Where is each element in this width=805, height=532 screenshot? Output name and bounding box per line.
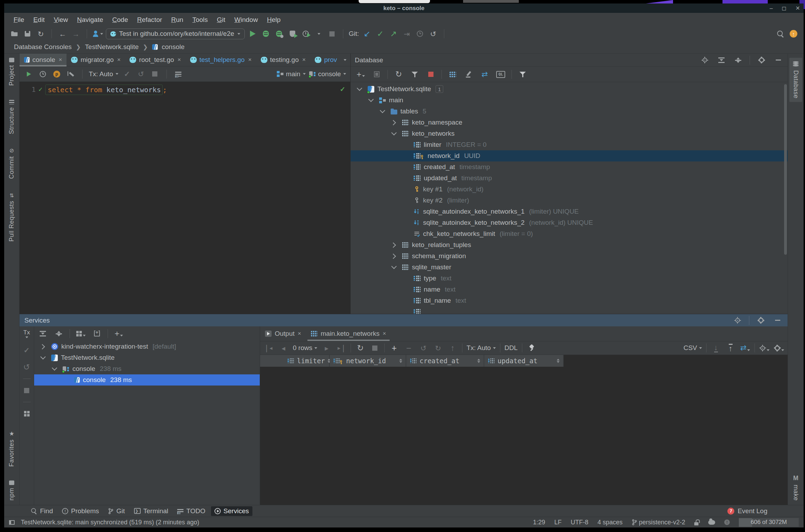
chevron-down-icon[interactable] bbox=[380, 108, 385, 113]
forward-button[interactable]: → bbox=[71, 29, 81, 39]
breadcrumb-datasource[interactable]: TestNetwork.sqlite bbox=[85, 43, 139, 51]
event-log-button[interactable]: 7Event Log bbox=[724, 506, 771, 516]
redo-button[interactable]: ↻ bbox=[433, 343, 443, 353]
stop-button[interactable] bbox=[327, 29, 337, 39]
rollback-button[interactable]: ↺ bbox=[22, 362, 32, 372]
run-button[interactable] bbox=[248, 29, 258, 39]
tab-prov[interactable]: prov bbox=[310, 54, 342, 66]
git-commit-button[interactable]: ✓ bbox=[375, 29, 385, 39]
hide-panel-button[interactable] bbox=[773, 55, 783, 65]
menu-code[interactable]: Code bbox=[108, 15, 132, 25]
locate-button[interactable] bbox=[732, 315, 743, 326]
tree-item-key-1[interactable]: key #1 (network_id) bbox=[351, 184, 788, 195]
chevron-right-icon[interactable] bbox=[391, 120, 396, 125]
chevron-down-icon[interactable] bbox=[368, 97, 374, 102]
history-button[interactable] bbox=[38, 69, 48, 79]
duplicate-button[interactable] bbox=[372, 69, 382, 80]
expand-all-button[interactable] bbox=[716, 55, 727, 65]
column-header-limiter[interactable]: limiter bbox=[260, 355, 330, 367]
expand-all-button[interactable] bbox=[38, 328, 48, 339]
run-configuration-select[interactable]: Test in github.com/ory/keto/internal/e2e bbox=[106, 29, 245, 39]
view-data-button[interactable] bbox=[447, 69, 458, 80]
line-ending[interactable]: LF bbox=[554, 519, 562, 526]
tree-item-keto-namespace[interactable]: keto_namespace bbox=[351, 117, 788, 128]
menu-view[interactable]: View bbox=[49, 15, 72, 25]
toolwindow-terminal[interactable]: ❯Terminal bbox=[131, 506, 172, 516]
stop-button[interactable] bbox=[370, 343, 380, 353]
close-icon[interactable]: × bbox=[248, 56, 252, 63]
tree-item-tables[interactable]: tables 5 bbox=[351, 106, 788, 117]
toolwindow-services[interactable]: Services bbox=[211, 506, 252, 516]
toolwindow-database[interactable]: Database bbox=[789, 58, 802, 102]
menu-help[interactable]: Help bbox=[263, 15, 285, 25]
menu-navigate[interactable]: Navigate bbox=[72, 15, 108, 25]
column-header-created-at[interactable]: created_at bbox=[406, 355, 484, 367]
sql-editor[interactable]: 1 ✓ select * from keto_networks; ✓ bbox=[19, 82, 350, 314]
toolwindow-npm[interactable]: npm bbox=[8, 481, 15, 501]
tab-console[interactable]: console × bbox=[19, 54, 67, 66]
group-by-button[interactable] bbox=[76, 328, 86, 339]
refresh-button[interactable]: ↻ bbox=[393, 69, 404, 80]
menu-file[interactable]: File bbox=[9, 15, 29, 25]
open-in-new-tab-button[interactable] bbox=[92, 328, 102, 339]
add-datasource-button[interactable]: + bbox=[355, 69, 366, 80]
tx-dropdown[interactable]: Tx bbox=[22, 328, 32, 339]
minimize-button[interactable]: – bbox=[769, 5, 773, 11]
locate-object-button[interactable] bbox=[700, 55, 710, 65]
profiler-button[interactable] bbox=[300, 29, 311, 39]
tree-item-sqlite-master[interactable]: sqlite_master bbox=[351, 262, 788, 273]
close-icon[interactable]: × bbox=[117, 56, 120, 63]
save-button[interactable] bbox=[22, 29, 33, 39]
git-merge-button[interactable]: ⇥ bbox=[401, 29, 412, 39]
tree-item-check-constraint[interactable]: chk_keto_networks_limit (limiter = 0) bbox=[351, 228, 788, 239]
close-icon[interactable]: × bbox=[178, 56, 181, 63]
tab-root-test-go[interactable]: root_test.go × bbox=[125, 54, 185, 66]
tree-item-tbl-name[interactable]: tbl_name text bbox=[351, 295, 788, 306]
commit-button[interactable]: ✓ bbox=[22, 345, 32, 356]
chevron-down-icon[interactable] bbox=[40, 354, 46, 360]
debug-coverage-button[interactable] bbox=[274, 29, 284, 39]
reload-button[interactable]: ↻ bbox=[355, 343, 366, 353]
search-everywhere-button[interactable] bbox=[775, 29, 786, 39]
git-branch-widget[interactable]: persistence-v2-2 bbox=[632, 519, 685, 526]
view-options-button[interactable] bbox=[759, 343, 769, 353]
tx-mode-select[interactable]: Tx: Auto bbox=[89, 69, 118, 79]
tx-mode-select[interactable]: Tx: Auto bbox=[467, 343, 496, 353]
tree-item-key-2[interactable]: key #2 (limiter) bbox=[351, 195, 788, 206]
commit-button[interactable]: ✓ bbox=[122, 69, 132, 79]
tree-item-type[interactable]: type text bbox=[351, 273, 788, 284]
tree-item-schema-migration[interactable]: schema_migration bbox=[351, 251, 788, 262]
delete-row-button[interactable]: − bbox=[404, 343, 414, 353]
chevron-down-icon[interactable] bbox=[52, 365, 57, 371]
modify-button[interactable] bbox=[463, 69, 474, 80]
tab-main-keto-networks[interactable]: main.keto_networks × bbox=[306, 326, 391, 341]
schema-select[interactable]: main bbox=[277, 69, 305, 79]
breadcrumb-database-consoles[interactable]: Database Consoles bbox=[14, 43, 72, 51]
settings-wrench-button[interactable] bbox=[65, 69, 76, 79]
sort-icon[interactable] bbox=[477, 359, 480, 363]
close-icon[interactable]: × bbox=[59, 56, 62, 63]
git-update-button[interactable]: ↙ bbox=[362, 29, 372, 39]
toolwindow-todo[interactable]: TODO bbox=[174, 506, 209, 516]
tree-item-keto-networks[interactable]: keto_networks bbox=[351, 128, 788, 139]
service-console-session[interactable]: console 238 ms bbox=[34, 363, 260, 374]
chevron-right-icon[interactable] bbox=[391, 242, 396, 248]
toolwindow-find[interactable]: Find bbox=[27, 506, 56, 516]
cloud-icon[interactable] bbox=[708, 520, 715, 525]
first-page-button[interactable]: |◂ bbox=[264, 343, 274, 353]
hidden-tabs-button[interactable] bbox=[342, 54, 349, 66]
update-notification-button[interactable]: ↑ bbox=[788, 29, 799, 39]
caret-position[interactable]: 1:29 bbox=[533, 519, 545, 526]
toolwindow-commit[interactable]: ⊘Commit bbox=[8, 148, 15, 179]
memory-indicator[interactable]: 606 of 3072M bbox=[739, 518, 799, 527]
menu-edit[interactable]: Edit bbox=[29, 15, 49, 25]
toolwindow-make[interactable]: Mmake bbox=[792, 475, 799, 501]
tree-item-keto-relation-tuples[interactable]: keto_relation_tuples bbox=[351, 239, 788, 251]
collapse-all-button[interactable] bbox=[733, 55, 743, 65]
chevron-down-icon[interactable] bbox=[357, 86, 362, 91]
chevron-right-icon[interactable] bbox=[40, 344, 45, 349]
menu-git[interactable]: Git bbox=[212, 15, 230, 25]
last-page-button[interactable]: ▸| bbox=[336, 343, 346, 353]
tree-item-datasource[interactable]: TestNetwork.sqlite 1 bbox=[351, 84, 788, 95]
sort-icon[interactable] bbox=[399, 359, 402, 363]
